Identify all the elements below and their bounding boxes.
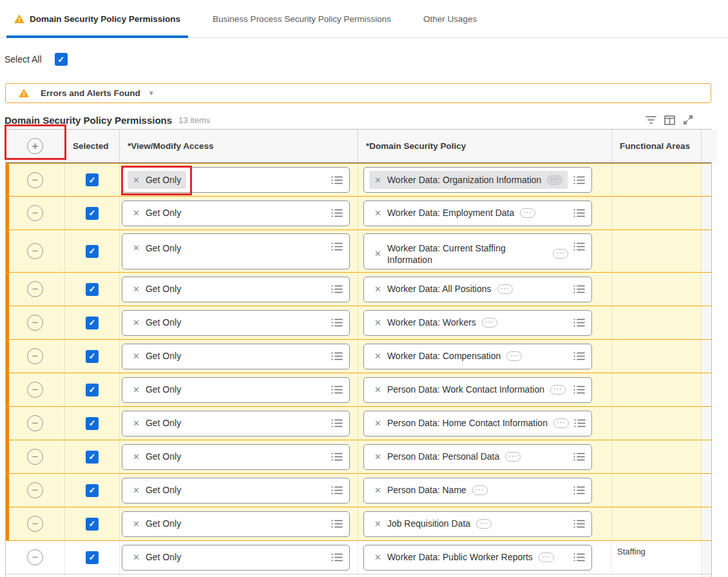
remove-token-icon[interactable]: ✕ bbox=[374, 285, 381, 293]
tab-business-process-security-policy-permissions[interactable]: Business Process Security Policy Permiss… bbox=[205, 0, 399, 37]
remove-row-button[interactable]: − bbox=[27, 516, 43, 532]
remove-token-icon[interactable]: ✕ bbox=[374, 419, 381, 427]
view-modify-access-input[interactable]: ✕ Get Only bbox=[122, 411, 350, 436]
chevron-down-icon[interactable]: ▼ bbox=[148, 90, 155, 97]
prompt-list-icon[interactable] bbox=[573, 318, 585, 328]
row-checkbox[interactable]: ✓ bbox=[86, 384, 99, 396]
remove-row-button[interactable]: − bbox=[27, 315, 43, 331]
related-actions-icon[interactable]: ··· bbox=[497, 284, 513, 294]
prompt-list-icon[interactable] bbox=[331, 519, 343, 529]
remove-token-icon[interactable]: ✕ bbox=[133, 453, 140, 461]
prompt-list-icon[interactable] bbox=[331, 318, 343, 328]
remove-token-icon[interactable]: ✕ bbox=[133, 318, 140, 327]
prompt-list-icon[interactable] bbox=[573, 351, 585, 361]
prompt-list-icon[interactable] bbox=[574, 418, 586, 428]
row-checkbox[interactable]: ✓ bbox=[86, 317, 99, 329]
related-actions-icon[interactable]: ··· bbox=[506, 351, 522, 361]
domain-security-policy-input[interactable]: ✕ Worker Data: Public Worker Reports ··· bbox=[363, 545, 592, 571]
remove-token-icon[interactable]: ✕ bbox=[133, 520, 140, 528]
view-modify-access-input[interactable]: ✕ Get Only bbox=[122, 545, 350, 571]
remove-token-icon[interactable]: ✕ bbox=[374, 352, 381, 360]
row-checkbox[interactable]: ✓ bbox=[86, 551, 99, 564]
prompt-list-icon[interactable] bbox=[331, 284, 343, 294]
remove-row-button[interactable]: − bbox=[27, 549, 43, 565]
prompt-list-icon[interactable] bbox=[573, 385, 585, 395]
remove-token-icon[interactable]: ✕ bbox=[374, 249, 381, 258]
remove-token-icon[interactable]: ✕ bbox=[133, 244, 140, 252]
domain-security-policy-input[interactable]: ✕ Person Data: Home Contact Information … bbox=[363, 411, 592, 436]
row-checkbox[interactable]: ✓ bbox=[86, 350, 99, 363]
domain-security-policy-input[interactable]: ✕ Worker Data: Current Staffing Informat… bbox=[363, 233, 592, 269]
prompt-list-icon[interactable] bbox=[331, 242, 343, 251]
related-actions-icon[interactable]: ··· bbox=[472, 485, 488, 495]
domain-security-policy-input[interactable]: ✕ Worker Data: Employment Data ··· bbox=[363, 200, 592, 226]
remove-token-icon[interactable]: ✕ bbox=[374, 209, 381, 217]
errors-alerts-banner[interactable]: Errors and Alerts Found ▼ bbox=[5, 83, 711, 103]
row-checkbox[interactable]: ✓ bbox=[86, 207, 99, 220]
domain-security-policy-input[interactable]: ✕ Person Data: Personal Data ··· bbox=[363, 444, 592, 470]
prompt-list-icon[interactable] bbox=[331, 175, 343, 185]
tab-other-usages[interactable]: Other Usages bbox=[416, 0, 484, 37]
domain-security-policy-input[interactable]: ✕ Worker Data: Organization Information … bbox=[363, 167, 592, 193]
prompt-list-icon[interactable] bbox=[331, 418, 343, 428]
related-actions-icon[interactable]: ··· bbox=[550, 385, 566, 395]
remove-token-icon[interactable]: ✕ bbox=[133, 209, 140, 217]
view-modify-access-input[interactable]: ✕ Get Only bbox=[122, 511, 350, 537]
filter-icon[interactable] bbox=[645, 114, 656, 126]
domain-security-policy-input[interactable]: ✕ Job Requisition Data ··· bbox=[363, 511, 592, 537]
row-checkbox[interactable]: ✓ bbox=[86, 245, 99, 258]
domain-security-policy-input[interactable]: ✕ Worker Data: All Positions ··· bbox=[363, 277, 592, 302]
remove-row-button[interactable]: − bbox=[27, 281, 43, 297]
related-actions-icon[interactable]: ··· bbox=[539, 553, 554, 562]
remove-row-button[interactable]: − bbox=[27, 449, 43, 465]
related-actions-icon[interactable]: ··· bbox=[547, 175, 562, 185]
remove-token-icon[interactable]: ✕ bbox=[133, 386, 140, 394]
row-checkbox[interactable]: ✓ bbox=[86, 283, 99, 296]
prompt-list-icon[interactable] bbox=[573, 452, 585, 462]
related-actions-icon[interactable]: ··· bbox=[482, 318, 497, 328]
related-actions-icon[interactable]: ··· bbox=[553, 249, 568, 259]
prompt-list-icon[interactable] bbox=[331, 385, 343, 395]
remove-row-button[interactable]: − bbox=[27, 415, 43, 431]
remove-row-button[interactable]: − bbox=[27, 243, 43, 259]
domain-security-policy-input[interactable]: ✕ Worker Data: Compensation ··· bbox=[363, 344, 592, 369]
prompt-list-icon[interactable] bbox=[331, 485, 343, 495]
remove-token-icon[interactable]: ✕ bbox=[133, 352, 140, 360]
prompt-list-icon[interactable] bbox=[573, 485, 585, 495]
remove-token-icon[interactable]: ✕ bbox=[133, 285, 140, 293]
prompt-list-icon[interactable] bbox=[331, 208, 343, 218]
row-checkbox[interactable]: ✓ bbox=[86, 417, 99, 430]
remove-token-icon[interactable]: ✕ bbox=[374, 176, 381, 184]
view-modify-access-input[interactable]: ✕ Get Only bbox=[122, 200, 350, 226]
prompt-list-icon[interactable] bbox=[331, 351, 343, 361]
domain-security-policy-input[interactable]: ✕ Worker Data: Workers ··· bbox=[363, 310, 592, 336]
remove-row-button[interactable]: − bbox=[27, 205, 43, 221]
related-actions-icon[interactable]: ··· bbox=[505, 452, 521, 462]
view-modify-access-input[interactable]: ✕ Get Only bbox=[122, 377, 350, 403]
remove-row-button[interactable]: − bbox=[27, 348, 43, 364]
remove-row-button[interactable]: − bbox=[27, 382, 43, 398]
remove-token-icon[interactable]: ✕ bbox=[374, 486, 381, 494]
related-actions-icon[interactable]: ··· bbox=[520, 208, 535, 218]
remove-token-icon[interactable]: ✕ bbox=[374, 453, 381, 461]
prompt-list-icon[interactable] bbox=[573, 284, 585, 294]
remove-row-button[interactable]: − bbox=[27, 482, 43, 498]
expand-icon[interactable] bbox=[682, 114, 694, 126]
tab-domain-security-policy-permissions[interactable]: Domain Security Policy Permissions bbox=[6, 0, 188, 37]
view-modify-access-input[interactable]: ✕ Get Only bbox=[122, 478, 350, 504]
row-checkbox[interactable]: ✓ bbox=[86, 484, 99, 497]
prompt-list-icon[interactable] bbox=[573, 242, 585, 251]
related-actions-icon[interactable]: ··· bbox=[553, 418, 569, 428]
prompt-list-icon[interactable] bbox=[573, 553, 585, 562]
row-checkbox[interactable]: ✓ bbox=[86, 451, 99, 464]
remove-token-icon[interactable]: ✕ bbox=[133, 419, 140, 427]
row-checkbox[interactable]: ✓ bbox=[86, 173, 99, 186]
row-checkbox[interactable]: ✓ bbox=[86, 518, 99, 531]
view-modify-access-input[interactable]: ✕ Get Only bbox=[122, 277, 350, 302]
remove-token-icon[interactable]: ✕ bbox=[374, 386, 381, 394]
remove-token-icon[interactable]: ✕ bbox=[133, 553, 140, 562]
view-modify-access-input[interactable]: ✕ Get Only bbox=[122, 310, 350, 336]
grid-view-icon[interactable] bbox=[664, 114, 675, 126]
remove-row-button[interactable]: − bbox=[27, 172, 43, 188]
prompt-list-icon[interactable] bbox=[331, 452, 343, 462]
